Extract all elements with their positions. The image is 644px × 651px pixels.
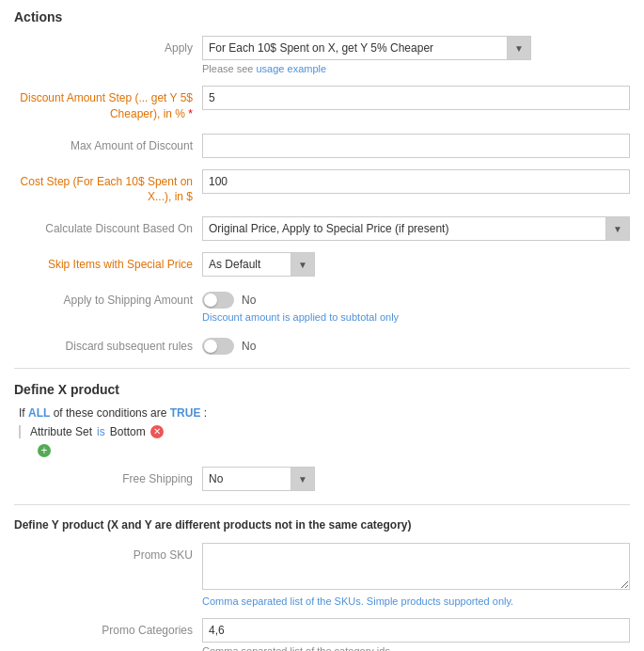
promo-categories-field: Comma separated list of the category ids bbox=[202, 618, 630, 651]
discard-value: No bbox=[242, 340, 256, 353]
add-condition-wrapper: + bbox=[19, 442, 630, 457]
conditions-if-row: If ALL of these conditions are TRUE : bbox=[19, 406, 630, 420]
remove-condition-button[interactable]: ✕ bbox=[150, 425, 164, 438]
calc-discount-select[interactable]: Original Price, Apply to Special Price (… bbox=[202, 216, 630, 241]
skip-items-row: Skip Items with Special Price As Default… bbox=[14, 252, 630, 277]
free-shipping-label: Free Shipping bbox=[14, 467, 202, 487]
apply-shipping-field: No Discount amount is applied to subtota… bbox=[202, 288, 630, 323]
apply-label: Apply bbox=[14, 36, 202, 56]
promo-categories-input[interactable] bbox=[202, 618, 630, 643]
attribute-set-text: Attribute Set bbox=[30, 425, 92, 438]
cost-step-label: Cost Step (For Each 10$ Spent on X...), … bbox=[14, 169, 202, 206]
max-discount-row: Max Amount of Discount bbox=[14, 134, 630, 158]
apply-shipping-row: Apply to Shipping Amount No Discount amo… bbox=[14, 288, 630, 323]
all-link[interactable]: ALL bbox=[28, 406, 50, 420]
cost-step-field bbox=[202, 169, 630, 194]
discount-step-field bbox=[202, 86, 630, 110]
apply-shipping-value: No bbox=[242, 294, 256, 307]
discard-field: No bbox=[202, 334, 630, 355]
usage-example-link[interactable]: usage example bbox=[256, 63, 326, 74]
promo-sku-input[interactable] bbox=[202, 543, 630, 590]
promo-sku-hint: Comma separated list of the SKUs. Simple… bbox=[202, 595, 630, 607]
define-y-section: Define Y product (X and Y are different … bbox=[14, 518, 630, 651]
attribute-is-link[interactable]: is bbox=[97, 425, 105, 438]
skip-items-label: Skip Items with Special Price bbox=[14, 252, 202, 273]
apply-shipping-hint: Discount amount is applied to subtotal o… bbox=[202, 311, 630, 323]
discard-toggle-knob bbox=[204, 340, 217, 353]
free-shipping-field: No Yes ▼ bbox=[202, 467, 630, 491]
apply-select[interactable]: For Each 10$ Spent on X, get Y 5% Cheape… bbox=[202, 36, 531, 60]
skip-items-field: As Default Yes No ▼ bbox=[202, 252, 630, 277]
attribute-value: Bottom bbox=[110, 425, 146, 438]
conditions-block: If ALL of these conditions are TRUE : At… bbox=[14, 406, 630, 457]
free-shipping-wrapper: No Yes ▼ bbox=[202, 467, 315, 491]
define-y-title: Define Y product (X and Y are different … bbox=[14, 518, 630, 532]
define-x-title: Define X product bbox=[14, 382, 630, 397]
apply-shipping-toggle-wrapper: No bbox=[202, 288, 630, 309]
promo-categories-row: Promo Categories Comma separated list of… bbox=[14, 618, 630, 651]
calc-discount-wrapper: Original Price, Apply to Special Price (… bbox=[202, 216, 630, 241]
discount-step-row: Discount Amount Step (... get Y 5$ Cheap… bbox=[14, 86, 630, 122]
apply-shipping-toggle[interactable] bbox=[202, 292, 234, 309]
discount-step-input[interactable] bbox=[202, 86, 630, 110]
apply-shipping-label: Apply to Shipping Amount bbox=[14, 288, 202, 309]
section-divider bbox=[14, 368, 630, 369]
actions-section: Actions Apply For Each 10$ Spent on X, g… bbox=[14, 9, 630, 355]
actions-title: Actions bbox=[14, 9, 630, 24]
promo-sku-row: Promo SKU Comma separated list of the SK… bbox=[14, 543, 630, 607]
calc-discount-label: Calculate Discount Based On bbox=[14, 216, 202, 237]
discard-toggle[interactable] bbox=[202, 338, 234, 355]
max-discount-input[interactable] bbox=[202, 134, 630, 158]
add-condition-button[interactable]: + bbox=[38, 444, 51, 457]
discard-toggle-wrapper: No bbox=[202, 334, 630, 355]
if-text: If bbox=[19, 406, 28, 420]
free-shipping-row: Free Shipping No Yes ▼ bbox=[14, 467, 630, 491]
section-divider-2 bbox=[14, 504, 630, 505]
conditions-true-text: of these conditions are bbox=[54, 406, 170, 420]
conditions-colon: : bbox=[204, 406, 207, 420]
discount-step-label: Discount Amount Step (... get Y 5$ Cheap… bbox=[14, 86, 202, 122]
apply-shipping-toggle-knob bbox=[204, 294, 217, 307]
skip-items-wrapper: As Default Yes No ▼ bbox=[202, 252, 315, 277]
max-discount-label: Max Amount of Discount bbox=[14, 134, 202, 154]
promo-sku-label: Promo SKU bbox=[14, 543, 202, 564]
cost-step-row: Cost Step (For Each 10$ Spent on X...), … bbox=[14, 169, 630, 206]
apply-hint: Please see usage example bbox=[202, 63, 630, 74]
true-link[interactable]: TRUE bbox=[170, 406, 201, 420]
discard-row: Discard subsequent rules No bbox=[14, 334, 630, 355]
apply-row: Apply For Each 10$ Spent on X, get Y 5% … bbox=[14, 36, 630, 74]
promo-categories-hint: Comma separated list of the category ids bbox=[202, 645, 630, 651]
apply-select-wrapper: For Each 10$ Spent on X, get Y 5% Cheape… bbox=[202, 36, 531, 60]
calc-discount-row: Calculate Discount Based On Original Pri… bbox=[14, 216, 630, 241]
discard-label: Discard subsequent rules bbox=[14, 334, 202, 355]
free-shipping-select[interactable]: No Yes bbox=[202, 467, 315, 491]
skip-items-select[interactable]: As Default Yes No bbox=[202, 252, 315, 277]
promo-categories-label: Promo Categories bbox=[14, 618, 202, 639]
apply-field: For Each 10$ Spent on X, get Y 5% Cheape… bbox=[202, 36, 630, 74]
max-discount-field bbox=[202, 134, 630, 158]
promo-sku-field: Comma separated list of the SKUs. Simple… bbox=[202, 543, 630, 607]
condition-attribute-row: Attribute Set is Bottom ✕ bbox=[19, 425, 630, 438]
calc-discount-field: Original Price, Apply to Special Price (… bbox=[202, 216, 630, 241]
cost-step-input[interactable] bbox=[202, 169, 630, 194]
define-x-section: Define X product If ALL of these conditi… bbox=[14, 382, 630, 491]
